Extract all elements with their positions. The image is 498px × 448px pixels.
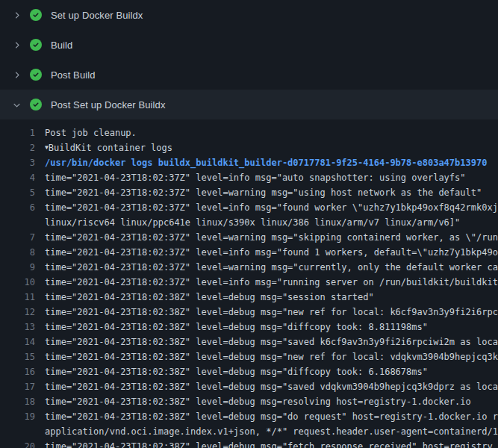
line-number[interactable]: 6 xyxy=(0,200,35,215)
log-line: linux/riscv64 linux/ppc641e linux/s390x … xyxy=(0,215,498,230)
chevron-icon[interactable] xyxy=(10,9,22,21)
line-number[interactable]: 19 xyxy=(0,409,35,424)
log-text: application/vnd.oci.image.index.v1+json,… xyxy=(45,424,498,439)
log-line: 10 time="2021-04-23T18:02:37Z" level=inf… xyxy=(0,275,498,290)
line-number[interactable]: 16 xyxy=(0,364,35,379)
log-line: 19 time="2021-04-23T18:02:38Z" level=deb… xyxy=(0,409,498,424)
log-line: 8 time="2021-04-23T18:02:37Z" level=info… xyxy=(0,245,498,260)
line-number[interactable]: 1 xyxy=(0,125,35,140)
log-text: time="2021-04-23T18:02:37Z" level=info m… xyxy=(45,170,466,185)
line-number[interactable]: 5 xyxy=(0,185,35,200)
log-text: time="2021-04-23T18:02:38Z" level=debug … xyxy=(45,379,498,394)
success-check-icon xyxy=(30,39,42,51)
log-text: BuildKit container logs xyxy=(49,140,172,155)
line-number[interactable]: 13 xyxy=(0,320,35,335)
log-line: 15 time="2021-04-23T18:02:38Z" level=deb… xyxy=(0,349,498,364)
log-line: 1 Post job cleanup. xyxy=(0,125,498,140)
step-label: Build xyxy=(51,40,72,51)
step-header-2[interactable]: Post Build xyxy=(0,60,498,90)
step-header-1[interactable]: Build xyxy=(0,30,498,60)
log-line: 2 ▼ BuildKit container logs xyxy=(0,140,498,155)
line-number[interactable]: 2 xyxy=(0,140,35,155)
line-number[interactable]: 8 xyxy=(0,245,35,260)
log-line: 13 time="2021-04-23T18:02:38Z" level=deb… xyxy=(0,320,498,335)
chevron-icon[interactable] xyxy=(10,39,22,51)
log-line: 9 time="2021-04-23T18:02:37Z" level=warn… xyxy=(0,260,498,275)
line-number[interactable]: 10 xyxy=(0,275,35,290)
line-number[interactable]: 7 xyxy=(0,230,35,245)
log-text: time="2021-04-23T18:02:38Z" level=debug … xyxy=(45,439,493,448)
log-text: Post job cleanup. xyxy=(45,125,137,140)
line-number[interactable]: 12 xyxy=(0,305,35,320)
step-label: Post Build xyxy=(51,69,96,81)
log-text: time="2021-04-23T18:02:38Z" level=debug … xyxy=(45,409,498,424)
success-check-icon xyxy=(30,9,42,21)
line-number xyxy=(0,424,35,439)
log-text: time="2021-04-23T18:02:38Z" level=debug … xyxy=(45,320,428,335)
log-line: 20 time="2021-04-23T18:02:38Z" level=deb… xyxy=(0,439,498,448)
line-number[interactable]: 15 xyxy=(0,349,35,364)
log-line: 5 time="2021-04-23T18:02:37Z" level=warn… xyxy=(0,185,498,200)
log-text: time="2021-04-23T18:02:38Z" level=debug … xyxy=(45,290,374,305)
step-list: Set up Docker Buildx Build Post Buil xyxy=(0,0,498,119)
chevron-icon[interactable] xyxy=(10,69,22,81)
log-line: 3 /usr/bin/docker logs buildx_buildkit_b… xyxy=(0,155,498,170)
log-text: time="2021-04-23T18:02:37Z" level=info m… xyxy=(45,200,498,215)
line-number[interactable]: 3 xyxy=(0,155,35,170)
log-line: 16 time="2021-04-23T18:02:38Z" level=deb… xyxy=(0,364,498,379)
step-header-3[interactable]: Post Set up Docker Buildx xyxy=(0,90,498,119)
step-label: Post Set up Docker Buildx xyxy=(51,99,166,111)
log-text: time="2021-04-23T18:02:37Z" level=info m… xyxy=(45,245,498,260)
log-line: 12 time="2021-04-23T18:02:38Z" level=deb… xyxy=(0,305,498,320)
success-check-icon xyxy=(30,69,42,81)
log-text: linux/riscv64 linux/ppc641e linux/s390x … xyxy=(45,215,460,230)
log-text: time="2021-04-23T18:02:38Z" level=debug … xyxy=(45,364,428,379)
log-line: application/vnd.oci.image.index.v1+json,… xyxy=(0,424,498,439)
line-number xyxy=(0,215,35,230)
line-number[interactable]: 18 xyxy=(0,394,35,409)
log-line: 11 time="2021-04-23T18:02:38Z" level=deb… xyxy=(0,290,498,305)
log-line: 6 time="2021-04-23T18:02:37Z" level=info… xyxy=(0,200,498,215)
step-label: Set up Docker Buildx xyxy=(51,10,143,21)
log-line: 17 time="2021-04-23T18:02:38Z" level=deb… xyxy=(0,379,498,394)
log-lines: 1 Post job cleanup. 2 ▼ BuildKit contain… xyxy=(0,125,498,448)
log-text: time="2021-04-23T18:02:37Z" level=warnin… xyxy=(45,185,482,200)
log-text: time="2021-04-23T18:02:38Z" level=debug … xyxy=(45,335,498,349)
chevron-icon[interactable] xyxy=(10,99,22,111)
line-number[interactable]: 14 xyxy=(0,335,35,349)
line-number[interactable]: 4 xyxy=(0,170,35,185)
log-line: 18 time="2021-04-23T18:02:38Z" level=deb… xyxy=(0,394,498,409)
success-check-icon xyxy=(30,99,42,111)
log-text: time="2021-04-23T18:02:38Z" level=debug … xyxy=(45,349,498,364)
log-text: time="2021-04-23T18:02:37Z" level=warnin… xyxy=(45,230,498,245)
log-text: time="2021-04-23T18:02:38Z" level=debug … xyxy=(45,305,498,320)
workflow-log-viewer: Set up Docker Buildx Build Post Buil xyxy=(0,0,498,448)
log-line: 4 time="2021-04-23T18:02:37Z" level=info… xyxy=(0,170,498,185)
log-text: time="2021-04-23T18:02:38Z" level=debug … xyxy=(45,394,471,409)
log-text: time="2021-04-23T18:02:37Z" level=info m… xyxy=(45,275,498,290)
log-console: 1 Post job cleanup. 2 ▼ BuildKit contain… xyxy=(0,119,498,448)
line-number[interactable]: 9 xyxy=(0,260,35,275)
log-text: /usr/bin/docker logs buildx_buildkit_bui… xyxy=(45,155,487,170)
line-number[interactable]: 11 xyxy=(0,290,35,305)
log-text: time="2021-04-23T18:02:37Z" level=warnin… xyxy=(45,260,498,275)
log-line: 14 time="2021-04-23T18:02:38Z" level=deb… xyxy=(0,335,498,349)
log-line: 7 time="2021-04-23T18:02:37Z" level=warn… xyxy=(0,230,498,245)
line-number[interactable]: 20 xyxy=(0,439,35,448)
line-number[interactable]: 17 xyxy=(0,379,35,394)
step-header-0[interactable]: Set up Docker Buildx xyxy=(0,0,498,30)
